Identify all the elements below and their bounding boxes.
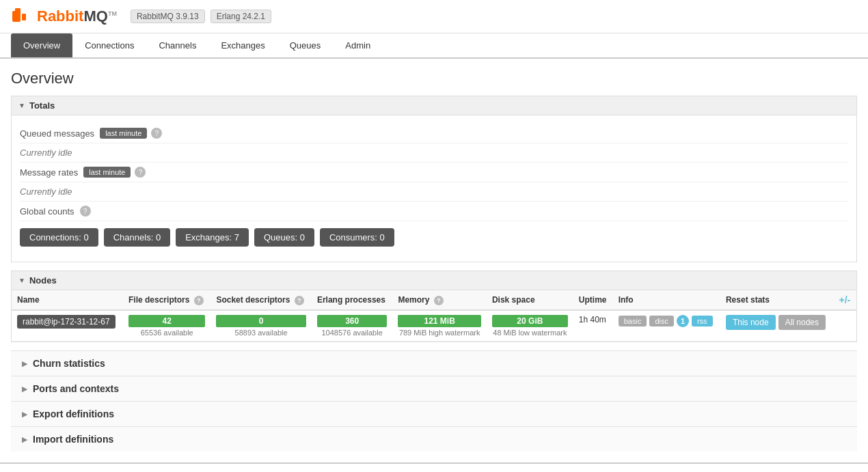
count-buttons-group: Connections: 0 Channels: 0 Exchanges: 7 … [20,221,848,253]
message-rates-idle: Currently idle [20,186,72,197]
totals-section-header[interactable]: ▼ Totals [12,96,856,115]
node-file-desc-cell: 42 65536 available [123,310,211,342]
node-info-cell: basic disc 1 rss [613,310,720,342]
node-uptime-cell: 1h 40m [573,310,613,342]
erlang-proc-bar-wrap: 360 1048576 available [317,315,388,337]
message-rates-idle-row: Currently idle [20,182,848,202]
global-counts-label: Global counts [20,206,74,217]
file-desc-help[interactable]: ? [194,296,204,305]
col-erlang-proc: Erlang processes [312,290,393,310]
node-extra-cell [834,310,857,342]
node-row: rabbit@ip-172-31-12-67 42 65536 availabl… [12,310,856,342]
plus-minus-icon[interactable]: +/- [839,294,851,305]
erlang-proc-avail: 1048576 available [317,329,388,337]
totals-section: ▼ Totals Queued messages last minute ? C… [11,96,857,262]
nodes-title: Nodes [29,275,57,286]
info-tag-rss: rss [692,316,713,327]
exchanges-count-btn[interactable]: Exchanges: 7 [176,228,249,247]
import-definitions-section: ▶ Import definitions [11,426,857,452]
channels-count-btn[interactable]: Channels: 0 [104,228,170,247]
logo: RabbitMQTM [11,5,117,27]
consumers-count-btn[interactable]: Consumers: 0 [320,228,394,247]
info-tag-basic: basic [619,316,647,327]
main-nav: Overview Connections Channels Exchanges … [0,33,868,59]
ports-arrow: ▶ [22,385,27,393]
footer: HTTP API Server Docs Tutorials Community… [0,462,868,472]
memory-watermark: 789 MiB high watermark [398,329,481,337]
totals-body: Queued messages last minute ? Currently … [12,115,856,262]
ports-contexts-header[interactable]: ▶ Ports and contexts [11,376,857,401]
global-counts-help-icon[interactable]: ? [80,206,91,217]
connections-count-btn[interactable]: Connections: 0 [20,228,98,247]
info-tag-disc: disc [649,316,674,327]
nodes-header-row: Name File descriptors ? Socket descripto… [12,290,856,310]
file-desc-bar: 42 [128,315,205,327]
logo-tm-text: TM [108,10,117,17]
node-erlang-proc-cell: 360 1048576 available [312,310,393,342]
nav-channels[interactable]: Channels [146,33,208,57]
erlang-version: Erlang 24.2.1 [211,10,271,23]
info-tag-num: 1 [677,315,689,327]
message-rates-row: Message rates last minute ? [20,163,848,182]
col-file-desc: File descriptors ? [123,290,211,310]
main-content: Overview ▼ Totals Queued messages last m… [0,59,868,462]
message-rates-label: Message rates [20,167,78,178]
disk-watermark: 48 MiB low watermark [492,329,568,337]
memory-help[interactable]: ? [434,296,444,305]
queues-count-btn[interactable]: Queues: 0 [254,228,314,247]
reset-this-node-btn[interactable]: This node [726,315,776,330]
col-info: Info [613,290,720,310]
col-memory: Memory ? [392,290,487,310]
import-title: Import definitions [33,434,113,445]
erlang-proc-bar: 360 [317,315,388,327]
nav-overview[interactable]: Overview [11,33,72,57]
node-socket-desc-cell: 0 58893 available [211,310,311,342]
svg-rect-2 [22,14,26,20]
node-memory-cell: 121 MiB 789 MiB high watermark [392,310,487,342]
col-reset: Reset stats [720,290,834,310]
churn-statistics-header[interactable]: ▶ Churn statistics [11,351,857,376]
col-name: Name [12,290,123,310]
disk-bar-wrap: 20 GiB 48 MiB low watermark [492,315,568,337]
logo-icon [11,5,33,27]
socket-desc-help[interactable]: ? [295,296,304,305]
svg-rect-1 [15,8,21,14]
message-rates-badge: last minute [83,167,131,178]
queued-messages-row: Queued messages last minute ? [20,124,848,143]
nodes-arrow: ▼ [18,277,25,284]
socket-desc-bar-wrap: 0 58893 available [216,315,306,337]
nodes-section-header[interactable]: ▼ Nodes [12,271,856,290]
message-rates-help-icon[interactable]: ? [135,167,146,178]
import-definitions-header[interactable]: ▶ Import definitions [11,427,857,452]
import-arrow: ▶ [22,435,27,444]
nodes-section: ▼ Nodes Name File descriptors ? Socket d… [11,270,857,342]
info-tags: basic disc 1 rss [619,315,715,327]
col-uptime: Uptime [573,290,613,310]
col-plusminus: +/- [834,290,857,310]
uptime-value: 1h 40m [579,315,606,324]
reset-buttons: This node All nodes [726,315,828,330]
export-definitions-section: ▶ Export definitions [11,401,857,426]
ports-title: Ports and contexts [33,383,119,394]
node-name-badge: rabbit@ip-172-31-12-67 [17,315,116,329]
node-name-cell: rabbit@ip-172-31-12-67 [12,310,123,342]
nav-queues[interactable]: Queues [277,33,334,57]
churn-statistics-section: ▶ Churn statistics [11,350,857,376]
file-desc-avail: 65536 available [128,329,205,337]
header: RabbitMQTM RabbitMQ 3.9.13 Erlang 24.2.1 [0,0,868,33]
disk-bar: 20 GiB [492,315,568,327]
queued-idle: Currently idle [20,148,72,158]
memory-bar: 121 MiB [398,315,481,327]
page-title: Overview [11,70,857,87]
nav-admin[interactable]: Admin [333,33,383,57]
nav-exchanges[interactable]: Exchanges [208,33,277,57]
logo-mq-text: MQ [83,8,107,25]
queued-help-icon[interactable]: ? [151,128,162,139]
export-arrow: ▶ [22,410,27,419]
export-definitions-header[interactable]: ▶ Export definitions [11,402,857,426]
nav-connections[interactable]: Connections [72,33,146,57]
reset-all-nodes-btn[interactable]: All nodes [778,315,826,330]
queued-badge: last minute [100,128,147,139]
churn-title: Churn statistics [33,358,105,369]
global-counts-row: Global counts ? [20,202,848,221]
